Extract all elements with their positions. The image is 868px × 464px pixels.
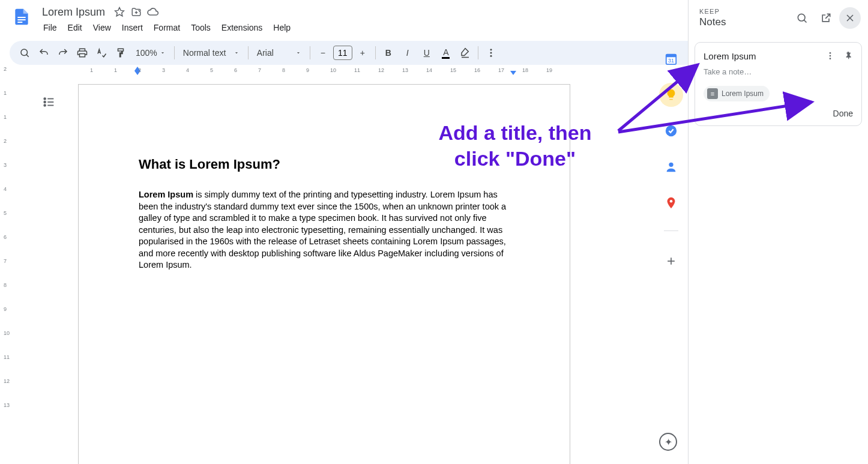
menu-view[interactable]: View (88, 20, 116, 35)
keep-app-icon[interactable] (659, 83, 683, 107)
sidebar-divider (664, 230, 678, 231)
ruler-tick: 4 (4, 186, 7, 192)
separator (478, 46, 478, 59)
ruler-tick: 2 (4, 66, 7, 72)
ruler-tick: 12 (4, 378, 10, 384)
keep-side-panel: KEEP Notes Lorem Ipsum Take a note… ≡ Lo… (688, 0, 868, 464)
print-icon[interactable] (73, 44, 91, 62)
menu-file[interactable]: File (38, 20, 62, 35)
menu-format[interactable]: Format (149, 20, 185, 35)
calendar-app-icon[interactable]: 31 (659, 47, 683, 71)
cloud-status-icon[interactable] (147, 6, 159, 18)
bold-icon[interactable]: B (379, 44, 397, 62)
highlight-icon[interactable] (456, 44, 474, 62)
zoom-dropdown[interactable]: 100% (131, 44, 170, 62)
ruler-tick: 4 (186, 67, 189, 73)
paint-format-icon[interactable] (112, 44, 130, 62)
keep-header: KEEP Notes (689, 0, 868, 34)
ruler-tick: 5 (210, 67, 213, 73)
ruler-tick: 6 (4, 234, 7, 240)
ruler-tick: 10 (4, 330, 10, 336)
menu-help[interactable]: Help (268, 20, 295, 35)
document-page[interactable]: What is Lorem Ipsum? Lorem Ipsum is simp… (78, 84, 570, 464)
doc-paragraph[interactable]: Lorem Ipsum is simply dummy text of the … (139, 189, 510, 271)
ruler-tick: 11 (354, 67, 360, 73)
note-body-input[interactable]: Take a note… (704, 67, 853, 76)
undo-icon[interactable] (35, 44, 53, 62)
svg-point-17 (44, 104, 46, 106)
show-outline-icon[interactable] (38, 91, 60, 113)
document-column: 112345678910111213141516171819 What is L… (16, 66, 684, 464)
doc-heading[interactable]: What is Lorem Ipsum? (139, 157, 510, 172)
ruler-tick: 18 (522, 67, 528, 73)
title-area: Lorem Ipsum File Edit View Insert Format… (38, 5, 696, 35)
menu-extensions[interactable]: Extensions (217, 20, 267, 35)
keep-close-icon[interactable] (839, 7, 861, 29)
note-source-chip[interactable]: ≡ Lorem Ipsum (704, 86, 770, 101)
menu-tools[interactable]: Tools (186, 20, 215, 35)
contacts-app-icon[interactable] (659, 155, 683, 179)
ruler-tick: 3 (4, 162, 7, 168)
ruler-tick: 1 (114, 67, 117, 73)
keep-note-card[interactable]: Lorem Ipsum Take a note… ≡ Lorem Ipsum D… (695, 42, 862, 126)
svg-text:31: 31 (668, 58, 674, 64)
ruler-tick: 12 (378, 67, 384, 73)
keep-eyebrow: KEEP (699, 8, 791, 15)
spellcheck-icon[interactable] (92, 44, 110, 62)
explore-icon[interactable]: ✦ (659, 433, 677, 451)
italic-icon[interactable]: I (399, 44, 417, 62)
keep-search-icon[interactable] (791, 7, 813, 29)
note-pin-icon[interactable] (840, 47, 857, 64)
font-dropdown[interactable]: Arial (252, 44, 306, 62)
ruler-tick: 13 (4, 402, 10, 408)
ruler-tick: 6 (234, 67, 237, 73)
note-done-button[interactable]: Done (704, 109, 853, 118)
ruler-tick: 15 (450, 67, 456, 73)
maps-app-icon[interactable] (659, 191, 683, 215)
docs-logo[interactable] (10, 5, 34, 29)
get-addons-icon[interactable] (659, 249, 683, 273)
more-tools-icon[interactable] (482, 44, 500, 62)
tasks-app-icon[interactable] (659, 119, 683, 143)
svg-rect-10 (80, 49, 85, 51)
svg-point-33 (830, 52, 831, 54)
ruler-tick: 16 (474, 67, 480, 73)
move-icon[interactable] (130, 6, 142, 18)
search-menus-icon[interactable] (16, 44, 34, 62)
document-title[interactable]: Lorem Ipsum (38, 5, 109, 20)
font-value: Arial (257, 48, 274, 58)
keep-open-new-icon[interactable] (815, 7, 837, 29)
text-color-icon[interactable]: A (437, 44, 455, 62)
ruler-tick: 11 (4, 354, 10, 360)
ruler-tick: 10 (330, 67, 336, 73)
font-size-input[interactable]: 11 (333, 46, 352, 60)
svg-point-29 (798, 14, 805, 21)
increase-font-icon[interactable]: + (354, 44, 372, 62)
svg-point-16 (44, 101, 46, 103)
menu-insert[interactable]: Insert (117, 20, 148, 35)
svg-rect-11 (80, 54, 85, 57)
ruler-tick: 1 (90, 67, 93, 73)
ruler-tick: 9 (4, 306, 7, 312)
svg-rect-22 (666, 55, 677, 58)
work-area: 2112345678910111213 11234567891011121314… (0, 66, 684, 464)
ruler-tick: 1 (4, 90, 7, 96)
horizontal-ruler[interactable]: 112345678910111213141516171819 (78, 66, 570, 77)
decrease-font-icon[interactable]: − (314, 44, 332, 62)
ruler-tick: 8 (4, 282, 7, 288)
menu-edit[interactable]: Edit (63, 20, 87, 35)
svg-point-8 (21, 49, 28, 56)
ruler-tick: 9 (306, 67, 309, 73)
svg-rect-1 (17, 19, 25, 20)
doc-para-bold: Lorem Ipsum (139, 190, 193, 199)
chevron-down-icon (234, 50, 240, 56)
note-more-icon[interactable] (822, 47, 839, 64)
underline-icon[interactable]: U (418, 44, 436, 62)
star-icon[interactable] (113, 6, 125, 18)
ruler-tick: 13 (402, 67, 408, 73)
vertical-ruler[interactable]: 2112345678910111213 (0, 66, 16, 464)
paragraph-style-dropdown[interactable]: Normal text (178, 44, 244, 62)
right-indent-marker[interactable] (510, 71, 516, 75)
svg-point-14 (490, 55, 492, 57)
redo-icon[interactable] (54, 44, 72, 62)
